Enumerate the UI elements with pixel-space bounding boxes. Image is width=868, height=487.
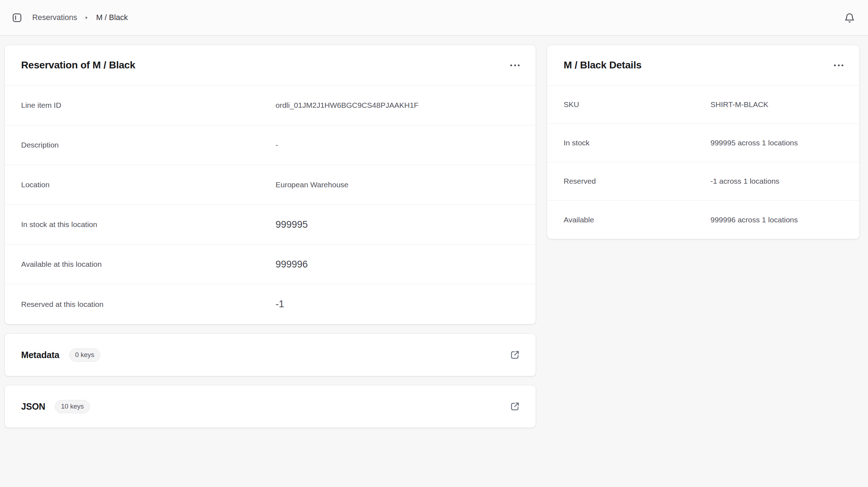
chevron-right-icon (83, 14, 90, 21)
field-row-description: Description - (5, 125, 536, 165)
ellipsis-icon (510, 64, 520, 66)
breadcrumb: Reservations M / Black (32, 13, 128, 22)
field-row-sku: SKU SHIRT-M-BLACK (547, 86, 859, 124)
field-label: Location (5, 180, 270, 189)
field-label: Available (547, 216, 703, 224)
field-value: -1 (270, 299, 536, 310)
field-value: 999995 (270, 219, 536, 230)
field-value: SHIRT-M-BLACK (703, 100, 859, 109)
reservation-card-menu-button[interactable] (507, 57, 523, 73)
field-row-reserved: Reserved at this location -1 (5, 284, 536, 324)
field-value: - (270, 141, 536, 149)
ellipsis-icon (834, 64, 843, 66)
metadata-keys-badge: 0 keys (69, 348, 100, 362)
field-label: In stock (547, 139, 703, 147)
notifications-button[interactable] (842, 10, 857, 25)
field-value: European Warehouse (270, 180, 536, 189)
field-label: In stock at this location (5, 220, 270, 229)
details-card-menu-button[interactable] (831, 57, 847, 73)
field-label: Reserved at this location (5, 300, 270, 309)
field-value: -1 across 1 locations (703, 177, 859, 185)
field-row-available: Available at this location 999996 (5, 245, 536, 284)
reservation-card-title: Reservation of M / Black (21, 59, 135, 71)
breadcrumb-current: M / Black (96, 13, 127, 22)
external-link-icon (509, 400, 521, 413)
field-row-reserved-total: Reserved -1 across 1 locations (547, 162, 859, 201)
sidebar-toggle-button[interactable] (9, 10, 25, 25)
json-open-button[interactable] (507, 399, 523, 414)
json-keys-badge: 10 keys (55, 400, 90, 413)
bell-icon (844, 12, 855, 24)
details-card-title: M / Black Details (564, 59, 642, 71)
details-card: M / Black Details SKU SHIRT-M-BLACK In s… (547, 45, 860, 239)
field-label: Line item ID (5, 101, 270, 110)
field-value: 999996 across 1 locations (703, 216, 859, 224)
breadcrumb-reservations[interactable]: Reservations (32, 13, 77, 22)
field-row-available-total: Available 999996 across 1 locations (547, 201, 859, 239)
metadata-card: Metadata 0 keys (4, 333, 536, 376)
content: Reservation of M / Black Line item ID or… (0, 36, 868, 428)
top-bar: Reservations M / Black (0, 0, 868, 36)
field-row-line-item-id: Line item ID ordli_01JM2J1HW6BGC9CS48PJA… (5, 86, 536, 125)
panel-left-icon (11, 12, 23, 23)
external-link-icon (509, 349, 521, 361)
field-value: ordli_01JM2J1HW6BGC9CS48PJAAKH1F (270, 101, 536, 110)
field-row-location: Location European Warehouse (5, 165, 536, 205)
field-label: SKU (547, 100, 703, 109)
field-row-in-stock-total: In stock 999995 across 1 locations (547, 124, 859, 162)
field-value: 999995 across 1 locations (703, 139, 859, 147)
json-card: JSON 10 keys (4, 385, 536, 428)
field-label: Available at this location (5, 260, 270, 269)
field-label: Reserved (547, 177, 703, 185)
metadata-open-button[interactable] (507, 347, 523, 363)
json-title: JSON (21, 401, 45, 412)
metadata-title: Metadata (21, 350, 59, 360)
field-value: 999996 (270, 259, 536, 270)
field-label: Description (5, 141, 270, 149)
reservation-card: Reservation of M / Black Line item ID or… (4, 45, 536, 324)
field-row-in-stock: In stock at this location 999995 (5, 205, 536, 245)
